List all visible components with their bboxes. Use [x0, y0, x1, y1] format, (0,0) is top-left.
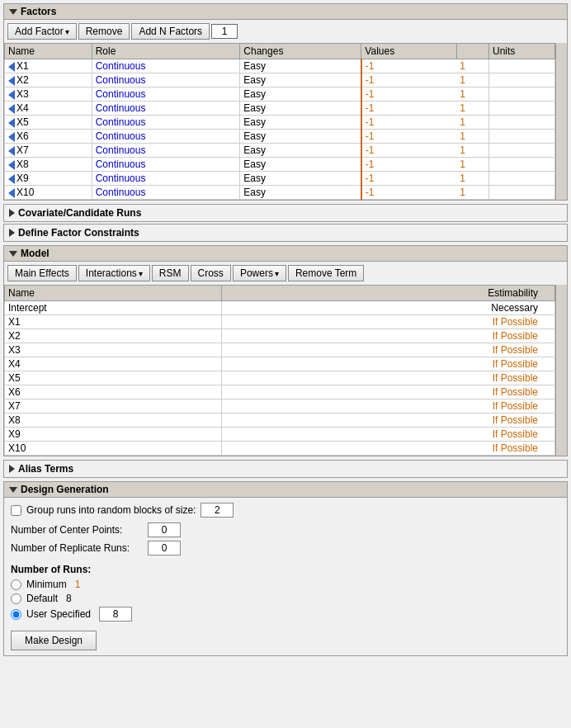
factor-units — [489, 73, 555, 87]
table-row[interactable]: X6 Continuous Easy -1 1 — [5, 130, 555, 144]
block-checkbox[interactable] — [11, 505, 21, 516]
define-factor-section[interactable]: Define Factor Constraints — [3, 224, 568, 242]
table-row[interactable]: X3 Continuous Easy -1 1 — [5, 87, 555, 102]
table-row[interactable]: X5 Continuous Easy -1 1 — [5, 116, 555, 130]
factor-val-high[interactable]: 1 — [456, 116, 488, 130]
block-size-input[interactable] — [201, 503, 234, 518]
user-specified-radio[interactable] — [11, 609, 21, 620]
factor-val-high[interactable]: 1 — [456, 59, 488, 73]
table-row[interactable]: X1 Continuous Easy -1 1 — [5, 59, 555, 73]
rsm-button[interactable]: RSM — [152, 265, 189, 281]
table-row[interactable]: X8 If Possible — [5, 414, 555, 428]
row-icon — [8, 188, 15, 198]
factor-units — [489, 186, 555, 200]
n-factors-input[interactable] — [211, 24, 238, 39]
table-row[interactable]: X2 Continuous Easy -1 1 — [5, 73, 555, 87]
model-row-name: X10 — [5, 442, 222, 456]
factor-val-low[interactable]: -1 — [361, 130, 456, 144]
factor-val-low[interactable]: -1 — [361, 59, 456, 73]
make-design-button[interactable]: Make Design — [11, 631, 97, 650]
factor-changes: Easy — [240, 73, 361, 87]
factor-val-low[interactable]: -1 — [361, 73, 456, 87]
design-gen-title: Design Generation — [21, 484, 109, 495]
factor-val-high[interactable]: 1 — [456, 172, 488, 186]
table-row[interactable]: X10 If Possible — [5, 442, 555, 456]
factor-val-high[interactable]: 1 — [456, 102, 488, 116]
model-row-estimability: If Possible — [221, 371, 554, 385]
table-row[interactable]: X4 If Possible — [5, 357, 555, 371]
row-icon — [8, 160, 15, 170]
model-row-estimability: If Possible — [221, 399, 554, 414]
factor-val-low[interactable]: -1 — [361, 144, 456, 158]
factor-name: X1 — [5, 59, 92, 73]
minimum-radio[interactable] — [11, 579, 21, 590]
default-radio[interactable] — [11, 593, 21, 604]
center-points-label: Number of Center Points: — [11, 524, 143, 536]
factor-changes: Easy — [240, 87, 361, 102]
factor-val-high[interactable]: 1 — [456, 186, 488, 200]
alias-section[interactable]: Alias Terms — [3, 460, 568, 478]
user-specified-input[interactable] — [99, 607, 132, 622]
factor-units — [489, 87, 555, 102]
table-row[interactable]: X10 Continuous Easy -1 1 — [5, 186, 555, 200]
factors-scrollbar[interactable] — [555, 43, 567, 200]
factor-name: X7 — [5, 144, 92, 158]
factors-collapse-icon[interactable] — [9, 9, 17, 15]
add-n-factors-button[interactable]: Add N Factors — [131, 23, 210, 40]
model-panel: Model Main Effects Interactions RSM Cros… — [3, 245, 568, 456]
factor-units — [489, 102, 555, 116]
factor-val-low[interactable]: -1 — [361, 116, 456, 130]
remove-button[interactable]: Remove — [78, 23, 130, 40]
replicate-runs-input[interactable] — [148, 541, 181, 555]
table-row[interactable]: X1 If Possible — [5, 315, 555, 329]
table-row[interactable]: X4 Continuous Easy -1 1 — [5, 102, 555, 116]
factor-val-high[interactable]: 1 — [456, 158, 488, 172]
cross-button[interactable]: Cross — [191, 265, 231, 281]
factor-val-high[interactable]: 1 — [456, 87, 488, 102]
alias-collapse-icon — [9, 465, 15, 473]
table-row[interactable]: X6 If Possible — [5, 385, 555, 399]
row-icon — [8, 132, 15, 142]
add-factor-button[interactable]: Add Factor — [7, 23, 77, 40]
factor-val-low[interactable]: -1 — [361, 102, 456, 116]
factor-val-low[interactable]: -1 — [361, 158, 456, 172]
model-scrollbar[interactable] — [555, 285, 567, 456]
factor-role: Continuous — [92, 186, 240, 200]
model-row-estimability: If Possible — [221, 428, 554, 442]
table-row[interactable]: X5 If Possible — [5, 371, 555, 385]
covariate-section[interactable]: Covariate/Candidate Runs — [3, 204, 568, 222]
model-row-name: X2 — [5, 329, 222, 343]
design-gen-collapse-icon[interactable] — [9, 487, 17, 493]
factor-val-high[interactable]: 1 — [456, 144, 488, 158]
factor-val-high[interactable]: 1 — [456, 130, 488, 144]
minimum-radio-row: Minimum 1 — [11, 579, 560, 590]
table-row[interactable]: X3 If Possible — [5, 343, 555, 357]
factor-val-low[interactable]: -1 — [361, 172, 456, 186]
table-row[interactable]: X7 If Possible — [5, 399, 555, 414]
table-row[interactable]: Intercept Necessary — [5, 301, 555, 315]
model-collapse-icon[interactable] — [9, 251, 17, 257]
factor-val-low[interactable]: -1 — [361, 87, 456, 102]
default-label: Default — [26, 593, 58, 604]
factors-table: Name Role Changes Values Units X1 Contin… — [4, 43, 555, 200]
interactions-button[interactable]: Interactions — [78, 265, 150, 281]
factor-changes: Easy — [240, 116, 361, 130]
replicate-runs-row: Number of Replicate Runs: — [11, 541, 560, 555]
table-row[interactable]: X8 Continuous Easy -1 1 — [5, 158, 555, 172]
row-icon — [8, 118, 15, 128]
define-factor-title: Define Factor Constraints — [18, 227, 139, 239]
center-points-input[interactable] — [148, 522, 181, 537]
factor-val-low[interactable]: -1 — [361, 186, 456, 200]
remove-term-button[interactable]: Remove Term — [288, 265, 364, 281]
model-row-name: X7 — [5, 399, 222, 414]
powers-button[interactable]: Powers — [233, 265, 286, 281]
table-row[interactable]: X9 Continuous Easy -1 1 — [5, 172, 555, 186]
col-changes: Changes — [240, 44, 361, 59]
table-row[interactable]: X9 If Possible — [5, 428, 555, 442]
factor-val-high[interactable]: 1 — [456, 73, 488, 87]
main-effects-button[interactable]: Main Effects — [7, 265, 77, 281]
table-row[interactable]: X7 Continuous Easy -1 1 — [5, 144, 555, 158]
factor-role: Continuous — [92, 130, 240, 144]
model-row-estimability: If Possible — [221, 343, 554, 357]
table-row[interactable]: X2 If Possible — [5, 329, 555, 343]
